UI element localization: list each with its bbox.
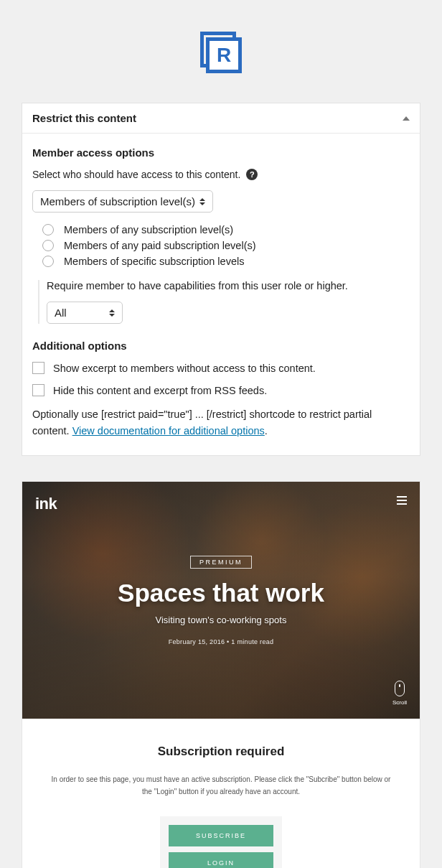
checkbox-icon	[32, 384, 44, 396]
hero-meta: February 15, 2016 • 1 minute read	[169, 638, 274, 645]
role-dropdown[interactable]: All	[47, 302, 123, 324]
membership-radio-group: Members of any subscription level(s) Mem…	[42, 224, 410, 267]
additional-options-heading: Additional options	[32, 340, 410, 352]
radio-icon	[42, 224, 54, 235]
role-requirement-text: Require member to have capabilities from…	[47, 280, 410, 291]
documentation-link[interactable]: View documentation for additional option…	[72, 425, 265, 437]
logo-container: R	[0, 0, 442, 103]
button-container: SUBSCRIBE LOGIN	[160, 816, 282, 868]
subscription-description: In order to see this page, you must have…	[51, 773, 391, 798]
checkbox-hide-rss[interactable]: Hide this content and excerpt from RSS f…	[32, 384, 410, 396]
scroll-indicator[interactable]: Scroll	[392, 681, 407, 706]
menu-icon[interactable]	[397, 496, 407, 505]
radio-icon	[42, 256, 54, 267]
panel-title: Restrict this content	[32, 112, 136, 124]
dropdown-arrows-icon	[199, 198, 205, 205]
radio-specific-levels[interactable]: Members of specific subscription levels	[42, 256, 410, 267]
footer-post: .	[265, 425, 268, 437]
dropdown-value: All	[55, 307, 67, 319]
shortcode-help-text: Optionally use [restrict paid="true"] ..…	[32, 406, 410, 439]
radio-label: Members of any subscription level(s)	[64, 224, 233, 235]
access-level-dropdown[interactable]: Members of subscription level(s)	[32, 190, 213, 213]
subscription-required-section: Subscription required In order to see th…	[22, 719, 420, 868]
subscribe-button[interactable]: SUBSCRIBE	[169, 825, 273, 846]
radio-any-paid-level[interactable]: Members of any paid subscription level(s…	[42, 240, 410, 251]
member-access-heading: Member access options	[32, 146, 410, 159]
radio-icon	[42, 240, 54, 251]
restrict-content-panel: Restrict this content Member access opti…	[22, 103, 420, 456]
checkbox-show-excerpt[interactable]: Show excerpt to members without access t…	[32, 362, 410, 374]
collapse-icon	[403, 116, 410, 121]
scroll-label: Scroll	[392, 699, 407, 706]
radio-label: Members of specific subscription levels	[64, 256, 244, 267]
premium-badge: PREMIUM	[190, 556, 252, 569]
dropdown-arrows-icon	[109, 309, 115, 317]
dropdown-value: Members of subscription level(s)	[40, 195, 195, 207]
checkbox-icon	[32, 362, 44, 374]
radio-label: Members of any paid subscription level(s…	[64, 240, 256, 251]
hero-section: ink PREMIUM Spaces that work Visiting to…	[22, 482, 420, 719]
hero-title: Spaces that work	[118, 579, 324, 607]
brand-logo: R	[200, 32, 242, 73]
panel-body: Member access options Select who should …	[22, 134, 420, 455]
radio-any-level[interactable]: Members of any subscription level(s)	[42, 224, 410, 235]
subscription-title: Subscription required	[51, 745, 391, 759]
help-icon[interactable]: ?	[246, 169, 258, 180]
hero-subtitle: Visiting town's co-working spots	[156, 615, 287, 625]
hero-content: PREMIUM Spaces that work Visiting town's…	[22, 482, 420, 719]
mouse-icon	[395, 681, 405, 696]
checkbox-label: Show excerpt to members without access t…	[53, 363, 316, 374]
site-logo[interactable]: ink	[35, 495, 57, 513]
preview-card: ink PREMIUM Spaces that work Visiting to…	[22, 481, 420, 868]
access-description: Select who should have access to this co…	[32, 169, 240, 180]
login-button[interactable]: LOGIN	[169, 852, 273, 868]
access-description-row: Select who should have access to this co…	[32, 169, 410, 180]
panel-header[interactable]: Restrict this content	[22, 103, 420, 134]
role-requirement-block: Require member to have capabilities from…	[38, 280, 410, 324]
checkbox-label: Hide this content and excerpt from RSS f…	[53, 385, 267, 396]
